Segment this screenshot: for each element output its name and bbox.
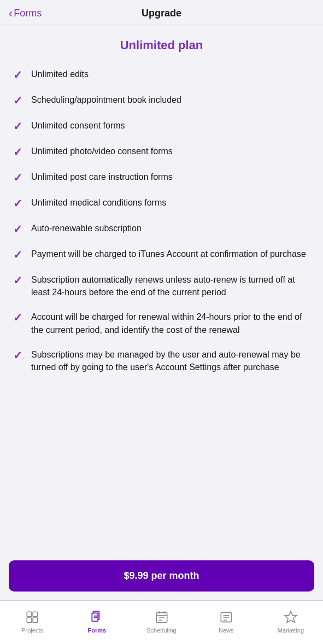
feature-text: Payment will be charged to iTunes Accoun…	[31, 248, 306, 260]
bottom-nav: Projects Forms Scheduling News Marketing	[0, 600, 323, 644]
feature-item: ✓ Account will be charged for renewal wi…	[13, 311, 310, 336]
feature-text: Auto-renewable subscription	[31, 222, 142, 235]
feature-item: ✓ Unlimited post care instruction forms	[13, 171, 310, 184]
cta-section: $9.99 per month	[0, 554, 323, 600]
news-icon	[219, 610, 234, 625]
feature-text: Unlimited post care instruction forms	[31, 171, 173, 183]
feature-item: ✓ Subscriptions may be managed by the us…	[13, 348, 310, 373]
features-list: ✓ Unlimited edits ✓ Scheduling/appointme…	[13, 68, 310, 373]
chevron-left-icon: ‹	[9, 7, 13, 21]
feature-text: Account will be charged for renewal with…	[31, 311, 310, 336]
svg-rect-5	[92, 613, 98, 621]
nav-label-projects: Projects	[21, 627, 43, 634]
projects-icon	[25, 610, 40, 625]
feature-text: Subscriptions may be managed by the user…	[31, 348, 310, 373]
subscribe-button[interactable]: $9.99 per month	[9, 560, 314, 592]
back-label: Forms	[14, 8, 42, 19]
checkmark-icon: ✓	[13, 248, 22, 261]
header: ‹ Forms Upgrade	[0, 0, 323, 25]
nav-label-forms: Forms	[87, 627, 106, 634]
checkmark-icon: ✓	[13, 171, 22, 184]
nav-item-scheduling[interactable]: Scheduling	[129, 610, 193, 634]
feature-text: Unlimited medical conditions forms	[31, 196, 166, 209]
feature-item: ✓ Unlimited edits	[13, 68, 310, 81]
nav-label-marketing: Marketing	[278, 627, 304, 634]
feature-text: Subscription automatically renews unless…	[31, 273, 310, 298]
plan-title: Unlimited plan	[13, 38, 310, 52]
feature-item: ✓ Unlimited photo/video consent forms	[13, 145, 310, 159]
checkmark-icon: ✓	[13, 274, 22, 287]
checkmark-icon: ✓	[13, 311, 22, 324]
page-title: Upgrade	[142, 8, 181, 19]
feature-item: ✓ Unlimited consent forms	[13, 119, 310, 133]
nav-item-news[interactable]: News	[194, 610, 259, 634]
nav-item-forms[interactable]: Forms	[64, 610, 129, 634]
nav-item-projects[interactable]: Projects	[0, 610, 64, 634]
checkmark-icon: ✓	[13, 145, 22, 159]
forms-icon	[89, 610, 104, 625]
checkmark-icon: ✓	[13, 197, 22, 210]
svg-rect-1	[33, 612, 38, 617]
checkmark-icon: ✓	[13, 349, 22, 362]
feature-text: Unlimited edits	[31, 68, 89, 80]
nav-label-news: News	[219, 627, 234, 634]
svg-rect-3	[33, 618, 38, 623]
nav-item-marketing[interactable]: Marketing	[259, 610, 323, 634]
marketing-icon	[283, 610, 298, 625]
feature-text: Scheduling/appointment book included	[31, 93, 181, 106]
feature-text: Unlimited photo/video consent forms	[31, 145, 173, 157]
main-content: Unlimited plan ✓ Unlimited edits ✓ Sched…	[0, 25, 323, 554]
checkmark-icon: ✓	[13, 120, 22, 133]
feature-text: Unlimited consent forms	[31, 119, 125, 132]
checkmark-icon: ✓	[13, 68, 22, 81]
svg-rect-0	[27, 612, 32, 617]
feature-item: ✓ Payment will be charged to iTunes Acco…	[13, 248, 310, 261]
svg-marker-18	[285, 611, 297, 623]
feature-item: ✓ Auto-renewable subscription	[13, 222, 310, 236]
feature-item: ✓ Unlimited medical conditions forms	[13, 196, 310, 210]
nav-label-scheduling: Scheduling	[146, 627, 176, 634]
feature-item: ✓ Subscription automatically renews unle…	[13, 273, 310, 298]
feature-item: ✓ Scheduling/appointment book included	[13, 93, 310, 107]
checkmark-icon: ✓	[13, 94, 22, 107]
back-button[interactable]: ‹ Forms	[9, 7, 42, 21]
checkmark-icon: ✓	[13, 223, 22, 236]
scheduling-icon	[154, 610, 169, 625]
svg-rect-2	[27, 618, 32, 623]
